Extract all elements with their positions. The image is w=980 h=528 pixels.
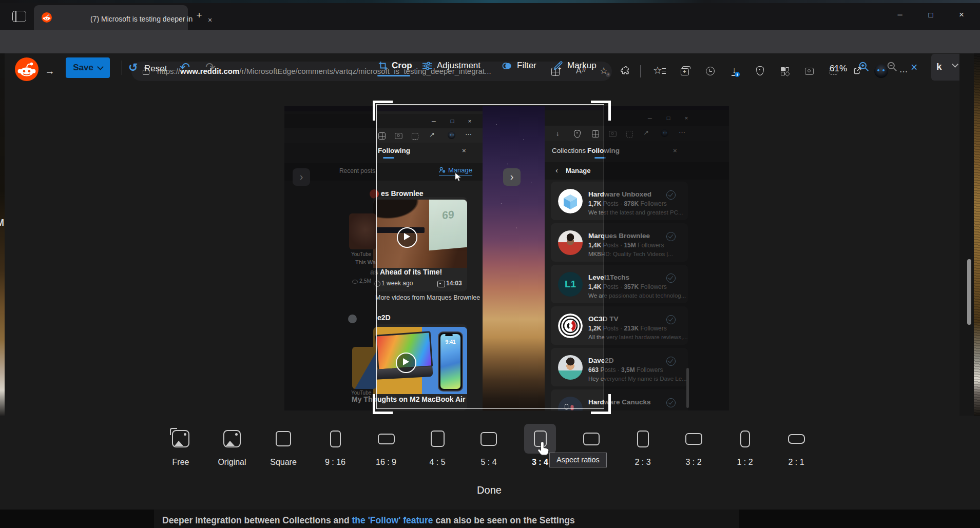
- ratio-2-3-icon: [637, 431, 649, 447]
- aspect-tooltip: Aspect ratios: [549, 453, 607, 467]
- aspect-item-1-2[interactable]: 1 : 2: [719, 420, 771, 469]
- free-crop-icon: [172, 430, 189, 447]
- page-bottom-strip: Deeper integration between Collections a…: [0, 510, 980, 528]
- browser-tab[interactable]: (7) Microsoft is testing deeper in ×: [34, 5, 188, 30]
- aspect-item-2-3[interactable]: 2 : 3: [617, 420, 668, 469]
- tab-crop[interactable]: Crop: [378, 61, 412, 71]
- aspect-item-original[interactable]: Original: [206, 420, 258, 469]
- tab-markup[interactable]: Markup: [553, 61, 597, 71]
- page-edge-image-right: [974, 53, 980, 416]
- ratio-4-3-icon: [583, 433, 600, 445]
- tab-actions-icon[interactable]: [12, 11, 26, 22]
- add-favorite-icon[interactable]: ☆+: [600, 66, 608, 76]
- crop-icon: [378, 61, 388, 70]
- maximize-button[interactable]: □: [919, 6, 943, 24]
- adjustment-icon: [422, 61, 432, 71]
- apps-icon[interactable]: [781, 67, 788, 74]
- crop-handle-bl[interactable]: [373, 394, 393, 414]
- aspect-item-9-16[interactable]: 9 : 16: [310, 420, 361, 469]
- page-text-fragment-k: k: [936, 61, 942, 72]
- close-button[interactable]: ×: [950, 6, 973, 24]
- zoom-in-button[interactable]: [858, 61, 870, 72]
- minimize-button[interactable]: ─: [888, 6, 912, 24]
- aspect-item-16-9[interactable]: 16 : 9: [360, 420, 412, 469]
- tab-filter[interactable]: Filter: [502, 61, 536, 71]
- ratio-5-4-icon: [481, 432, 497, 446]
- save-button[interactable]: Save: [66, 57, 110, 78]
- extensions-icon[interactable]: [620, 66, 631, 76]
- crop-handle-br[interactable]: [591, 394, 611, 414]
- aspect-item-free[interactable]: Free: [155, 420, 206, 469]
- redo-button[interactable]: ↷: [205, 60, 216, 74]
- reset-button[interactable]: Reset: [144, 64, 167, 74]
- save-dropdown-icon: [97, 64, 104, 70]
- crop-rectangle[interactable]: [376, 104, 604, 409]
- original-ratio-icon: [223, 430, 241, 447]
- page-content-column: Deeper integration between Collections a…: [154, 510, 739, 528]
- toolbar-divider: [640, 65, 641, 77]
- web-capture-icon[interactable]: [805, 68, 814, 75]
- reddit-logo: [15, 57, 39, 81]
- page-text-fragment-m: M: [0, 218, 4, 228]
- ratio-16-9-icon: [378, 434, 395, 444]
- page-scrollbar-track: [959, 53, 974, 416]
- address-bar[interactable]: https://www.reddit.com/r/MicrosoftEdge/c…: [131, 62, 612, 81]
- new-tab-button[interactable]: +: [193, 9, 205, 22]
- page-fragment-chevron-icon: [952, 61, 958, 68]
- zoom-level: 61%: [830, 64, 847, 74]
- hand-cursor: [537, 440, 551, 459]
- close-editor-button[interactable]: ×: [911, 61, 917, 74]
- crop-handle-tr[interactable]: [591, 101, 611, 121]
- downloads-badge: [735, 72, 740, 77]
- downloads-icon[interactable]: ↓: [732, 66, 736, 74]
- browser-essentials-icon[interactable]: [756, 66, 764, 75]
- page-edge-image-left: [0, 53, 5, 416]
- crop-tab-underline: [377, 75, 410, 76]
- page-bottom-text: Deeper integration between Collections a…: [162, 515, 575, 526]
- ratio-3-2-icon: [685, 433, 702, 445]
- title-bar: (7) Microsoft is testing deeper in × + ─…: [0, 0, 980, 30]
- ratio-4-5-icon: [431, 431, 445, 447]
- dim-overlay-left: [284, 106, 376, 410]
- tab-adjustment[interactable]: Adjustment: [422, 61, 481, 71]
- titlebar-accent: [0, 0, 980, 3]
- follow-feature-link: the 'Follow' feature: [352, 515, 433, 525]
- mouse-cursor-in-image: [454, 172, 462, 183]
- settings-menu-icon[interactable]: ⋯: [899, 67, 908, 76]
- page-scrollbar-thumb[interactable]: [967, 259, 971, 325]
- toolbar-separator: [122, 61, 122, 75]
- aspect-item-5-4[interactable]: 5 : 4: [463, 420, 514, 469]
- navigation-bar: ← → ⌂ https://www.reddit.com/r/Microsoft…: [0, 30, 980, 53]
- favorites-icon[interactable]: ☆: [653, 66, 662, 76]
- forward-button[interactable]: →: [42, 65, 58, 78]
- crop-handle-tl[interactable]: [373, 101, 393, 121]
- aspect-item-3-2[interactable]: 3 : 2: [668, 420, 719, 469]
- profile-avatar[interactable]: [874, 64, 888, 78]
- history-icon[interactable]: [706, 67, 715, 75]
- dim-overlay-right: [604, 106, 729, 410]
- markup-pen-icon: [553, 61, 563, 71]
- collections-icon[interactable]: [681, 68, 689, 75]
- square-ratio-icon: [276, 431, 291, 446]
- reset-icon: ↺: [128, 61, 138, 74]
- edge-window: (7) Microsoft is testing deeper in × + ─…: [0, 0, 980, 528]
- undo-button[interactable]: ↶: [180, 60, 190, 74]
- aspect-item-2-1[interactable]: 2 : 1: [771, 420, 822, 469]
- ratio-9-16-icon: [330, 431, 341, 447]
- ratio-2-1-icon: [788, 434, 805, 444]
- done-button[interactable]: Done: [451, 484, 528, 496]
- zoom-out-button[interactable]: [887, 61, 898, 72]
- aspect-item-4-5[interactable]: 4 : 5: [412, 420, 463, 469]
- reddit-favicon: [42, 12, 52, 23]
- aspect-item-square[interactable]: Square: [258, 420, 309, 469]
- tab-close-icon[interactable]: ×: [204, 14, 216, 26]
- tab-title: (7) Microsoft is testing deeper in: [90, 13, 199, 25]
- ratio-1-2-icon: [740, 431, 750, 447]
- filter-icon: [502, 61, 512, 71]
